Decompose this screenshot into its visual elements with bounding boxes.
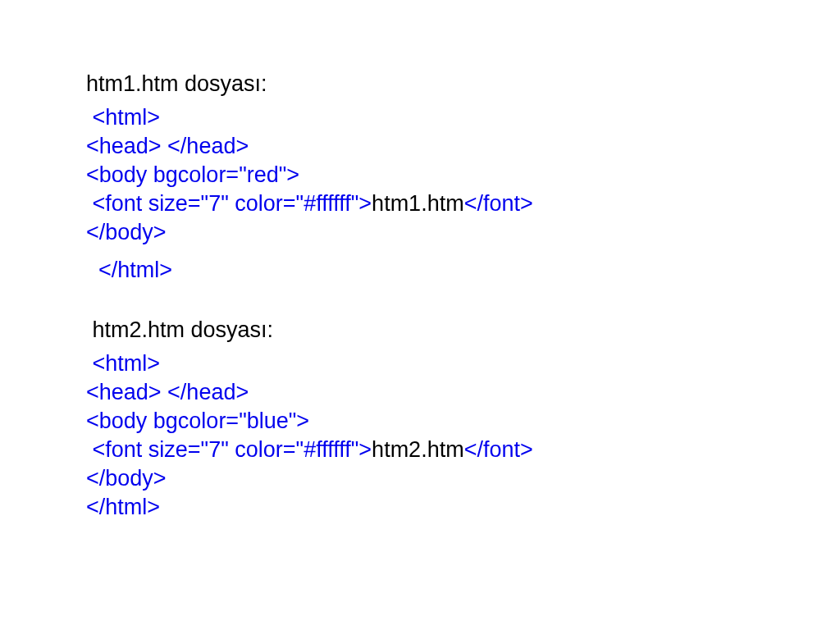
code-tag: <html> — [93, 105, 161, 130]
code-tag: <head> </head> — [86, 380, 249, 404]
code-tag: <html> — [93, 351, 161, 376]
code-tag: <body bgcolor="blue"> — [86, 409, 309, 433]
code-text: htm2.htm — [372, 437, 464, 462]
section1-heading: htm1.htm dosyası: — [86, 70, 840, 98]
code-line: <font size="7" color="#ffffff">htm2.htm<… — [86, 436, 840, 464]
code-tag: </html> — [86, 495, 160, 519]
code-line: </html> — [86, 493, 840, 522]
code-tag: <body bgcolor="red"> — [86, 162, 299, 187]
code-line: <html> — [86, 103, 840, 132]
section1-close: </html> — [86, 256, 840, 285]
section2-code-block: <html><head> </head><body bgcolor="blue"… — [86, 349, 840, 523]
section1-code-block: <html><head> </head><body bgcolor="red">… — [86, 103, 840, 247]
code-tag: </body> — [86, 466, 167, 491]
code-line: </body> — [86, 464, 840, 493]
code-text: htm1.htm — [372, 191, 464, 216]
code-line: <font size="7" color="#ffffff">htm1.htm<… — [86, 189, 840, 218]
code-line: <html> — [86, 349, 840, 378]
slide-content: htm1.htm dosyası: <html><head> </head><b… — [0, 0, 840, 522]
code-line: <body bgcolor="blue"> — [86, 407, 840, 436]
section2-heading: htm2.htm dosyası: — [86, 316, 840, 345]
code-tag: </font> — [464, 437, 533, 462]
code-tag: <font size="7" color="#ffffff"> — [93, 191, 372, 216]
code-tag: </font> — [464, 191, 533, 216]
section-gap — [86, 293, 840, 316]
code-line: <head> </head> — [86, 132, 840, 161]
code-tag: </body> — [86, 220, 167, 244]
code-tag: <head> </head> — [86, 134, 249, 158]
code-tag: <font size="7" color="#ffffff"> — [93, 437, 372, 462]
code-line: </body> — [86, 218, 840, 247]
code-line: <body bgcolor="red"> — [86, 161, 840, 189]
code-line: <head> </head> — [86, 378, 840, 407]
